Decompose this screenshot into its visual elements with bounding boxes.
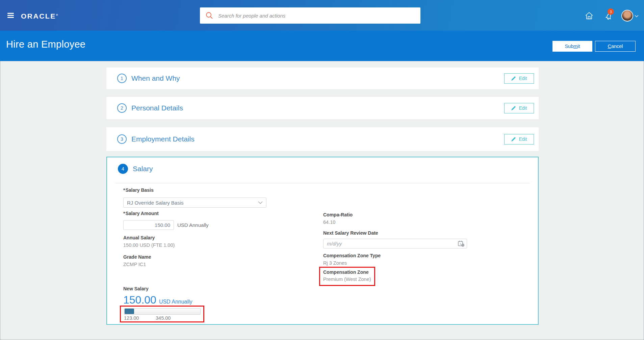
page-title: Hire an Employee — [6, 39, 85, 50]
section-title: Salary — [133, 165, 153, 173]
registered-mark: ® — [56, 14, 58, 17]
user-avatar[interactable] — [621, 10, 633, 22]
next-salary-review-date-input[interactable] — [323, 239, 467, 249]
salary-section-header: 4 Salary — [107, 164, 153, 174]
new-salary-suffix: USD Annually — [159, 299, 192, 305]
grade-name-label: Grade Name — [123, 254, 151, 260]
compa-ratio-label: Compa-Ratio — [323, 212, 353, 217]
compa-ratio-value: 64.10 — [323, 219, 335, 225]
new-salary-label: New Salary — [123, 286, 149, 291]
grade-name-value: ZCMP IC1 — [123, 262, 146, 267]
search-icon — [205, 11, 213, 20]
annual-salary-label: Annual Salary — [123, 235, 155, 240]
section-title: Personal Details — [131, 104, 183, 112]
pencil-icon — [511, 106, 516, 111]
required-marker: * — [123, 187, 125, 193]
salary-basis-label: *Salary Basis — [123, 187, 154, 193]
notification-count-badge[interactable]: 3 — [608, 8, 614, 15]
chevron-down-icon — [258, 201, 263, 204]
section-card-salary: 4 Salary *Salary Basis RJ Override Salar… — [106, 157, 539, 325]
compensation-zone-label: Compensation Zone — [323, 269, 369, 275]
svg-text:1: 1 — [460, 242, 461, 245]
compensation-zone-value: Premium (West Zone) — [323, 277, 371, 282]
edit-personal-details-button[interactable]: Edit — [504, 103, 534, 113]
salary-range-min: 123.00 — [124, 315, 139, 321]
section-card-personal-details: 2 Personal Details Edit — [106, 97, 539, 119]
new-salary-display: 150.00 USD Annually — [123, 294, 192, 306]
required-marker: * — [123, 211, 125, 216]
step-number-badge: 2 — [117, 103, 127, 113]
next-salary-review-date-field: 1 — [323, 239, 467, 249]
edit-employment-details-button[interactable]: Edit — [504, 134, 534, 145]
hamburger-menu-icon[interactable] — [7, 13, 14, 18]
screenshot-frame: ORACLE® 3 Hire an Employee — [0, 0, 644, 340]
salary-amount-input[interactable] — [123, 220, 174, 230]
compensation-zone-type-label: Compensation Zone Type — [323, 253, 381, 258]
page-header-banner: Hire an Employee Submit Cancel — [0, 31, 644, 61]
section-card-employment-details: 3 Employment Details Edit — [106, 127, 539, 151]
calendar-date-picker-icon[interactable]: 1 — [458, 240, 465, 247]
section-title: Employment Details — [131, 135, 195, 143]
annual-salary-value: 150.00 USD (FTE 1.00) — [123, 242, 175, 248]
submit-button[interactable]: Submit — [552, 41, 592, 52]
step-number-badge: 4 — [118, 164, 128, 174]
salary-range-slider[interactable] — [124, 308, 201, 315]
cancel-button[interactable]: Cancel — [595, 41, 636, 52]
step-number-badge: 1 — [117, 74, 127, 83]
chevron-down-icon[interactable] — [635, 15, 639, 18]
edit-label: Edit — [519, 76, 527, 81]
home-icon[interactable] — [585, 11, 594, 20]
top-navigation-bar: ORACLE® 3 — [0, 0, 644, 31]
compensation-zone-type-value: Rj 3 Zones — [323, 260, 347, 266]
edit-label: Edit — [519, 105, 527, 111]
search-input[interactable] — [218, 10, 420, 21]
section-card-when-and-why: 1 When and Why Edit — [106, 68, 539, 89]
new-salary-value: 150.00 — [123, 294, 156, 306]
salary-amount-label: *Salary Amount — [123, 211, 159, 216]
salary-basis-selected-value: RJ Override Salary Basis — [127, 200, 258, 206]
header-divider — [115, 183, 530, 183]
salary-range-slider-handle[interactable] — [125, 309, 134, 314]
salary-range-max: 345.00 — [156, 315, 171, 321]
salary-basis-dropdown[interactable]: RJ Override Salary Basis — [123, 198, 266, 208]
pencil-icon — [511, 76, 516, 81]
salary-amount-suffix: USD Annually — [177, 222, 209, 228]
section-title: When and Why — [131, 74, 180, 82]
edit-when-and-why-button[interactable]: Edit — [504, 73, 534, 84]
next-salary-review-date-label: Next Salary Review Date — [323, 230, 378, 236]
step-number-badge: 3 — [117, 134, 127, 144]
oracle-logo: ORACLE® — [21, 12, 58, 20]
edit-label: Edit — [519, 136, 527, 142]
global-search[interactable] — [200, 7, 420, 24]
pencil-icon — [511, 137, 516, 142]
